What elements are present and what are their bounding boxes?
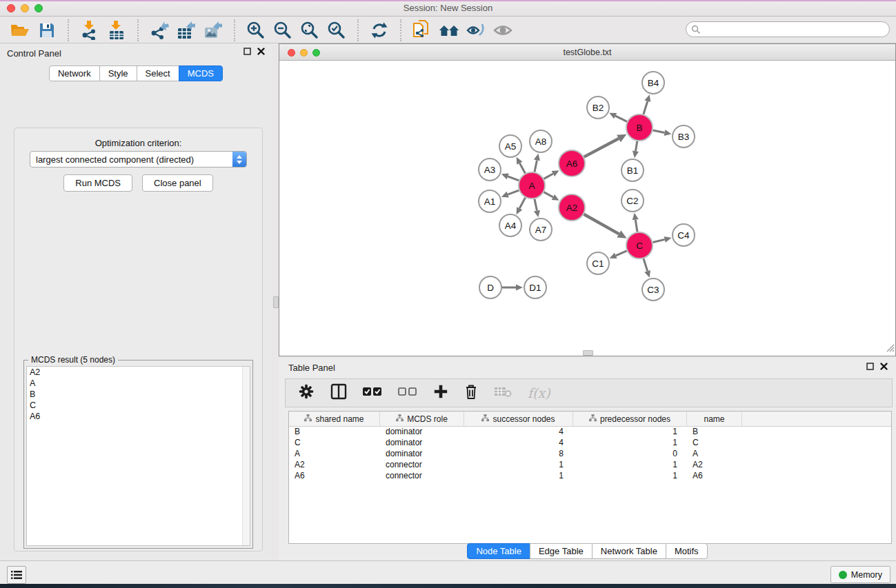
edge-A-A4[interactable] bbox=[519, 198, 525, 209]
graph-node-D1[interactable]: D1 bbox=[524, 276, 546, 298]
table-cell[interactable]: 4 bbox=[464, 427, 573, 438]
table-row[interactable]: Bdominator41B bbox=[289, 427, 891, 438]
export-network-button[interactable] bbox=[149, 20, 170, 41]
export-table-button[interactable] bbox=[176, 20, 197, 41]
table-row[interactable]: Adominator80A bbox=[289, 449, 891, 460]
graph-node-A1[interactable]: A1 bbox=[479, 190, 501, 212]
zoom-in-button[interactable] bbox=[246, 20, 266, 41]
zoom-fit-button[interactable] bbox=[299, 20, 320, 41]
splitter-handle[interactable] bbox=[273, 296, 279, 308]
import-network-button[interactable] bbox=[79, 20, 100, 41]
panel-menu-button[interactable] bbox=[7, 566, 26, 584]
import-table-button[interactable] bbox=[106, 20, 127, 41]
clone-network-button[interactable] bbox=[412, 20, 432, 41]
list-scrollbar[interactable] bbox=[242, 367, 250, 545]
edge-C-C3[interactable] bbox=[644, 258, 648, 271]
table-cell[interactable]: 1 bbox=[464, 471, 573, 482]
refresh-button[interactable] bbox=[369, 20, 390, 41]
open-file-button[interactable] bbox=[10, 20, 30, 41]
create-column-button[interactable] bbox=[433, 384, 448, 402]
table-cell[interactable]: 4 bbox=[464, 438, 573, 449]
table-cell[interactable]: A2 bbox=[289, 460, 380, 471]
table-cell[interactable]: 1 bbox=[573, 438, 687, 449]
show-all-button[interactable] bbox=[492, 20, 513, 41]
table-settings-button[interactable] bbox=[298, 383, 315, 403]
tab-edge-table[interactable]: Edge Table bbox=[530, 543, 593, 559]
table-cell[interactable]: connector bbox=[380, 460, 464, 471]
table-cell[interactable]: 8 bbox=[464, 449, 573, 460]
network-canvas[interactable]: AA1A2A3A4A5A6A7A8BB1B2B3B4CC1C2C3C4DD1 bbox=[279, 61, 895, 356]
edge-B-B2[interactable] bbox=[615, 116, 627, 121]
close-panel-button[interactable]: Close panel bbox=[142, 174, 213, 192]
mcds-result-item[interactable]: B bbox=[27, 389, 250, 400]
table-cell[interactable]: 1 bbox=[464, 460, 573, 471]
edge-A-A8[interactable] bbox=[535, 160, 537, 172]
destroy-table-button[interactable] bbox=[494, 385, 512, 401]
edge-A-A5[interactable] bbox=[519, 163, 525, 174]
graph-node-A[interactable]: A bbox=[519, 172, 545, 199]
table-cell[interactable]: dominator bbox=[380, 449, 464, 460]
table-row[interactable]: A2connector11A2 bbox=[289, 460, 891, 471]
save-session-button[interactable] bbox=[37, 20, 57, 41]
table-row[interactable]: Cdominator41C bbox=[289, 438, 891, 449]
table-cell[interactable]: dominator bbox=[380, 438, 464, 449]
table-cell[interactable]: A6 bbox=[289, 471, 380, 482]
table-row[interactable]: A6connector11A6 bbox=[289, 471, 891, 482]
unselect-all-columns-button[interactable] bbox=[398, 387, 417, 399]
edge-A6-B[interactable] bbox=[584, 139, 619, 157]
table-cell[interactable]: A bbox=[289, 449, 380, 460]
close-panel-icon[interactable] bbox=[257, 48, 265, 55]
mcds-result-item[interactable]: C bbox=[27, 400, 250, 411]
table-cell[interactable]: B bbox=[687, 427, 742, 438]
edge-A-A1[interactable] bbox=[508, 190, 519, 194]
graph-node-A4[interactable]: A4 bbox=[499, 214, 521, 236]
zoom-selected-button[interactable] bbox=[326, 20, 347, 41]
export-image-button[interactable] bbox=[203, 20, 223, 41]
float-panel-icon[interactable] bbox=[866, 363, 874, 370]
tab-motifs[interactable]: Motifs bbox=[666, 543, 708, 559]
first-neighbors-button[interactable] bbox=[439, 20, 459, 41]
graph-node-B[interactable]: B bbox=[626, 114, 653, 141]
zoom-out-button[interactable] bbox=[272, 20, 293, 41]
graph-node-B2[interactable]: B2 bbox=[587, 97, 609, 119]
resize-grip-icon[interactable] bbox=[886, 343, 895, 355]
mcds-result-item[interactable]: A bbox=[27, 378, 250, 389]
graph-node-C3[interactable]: C3 bbox=[642, 278, 664, 301]
function-builder-button[interactable]: f(x) bbox=[528, 385, 550, 401]
tab-network-table[interactable]: Network Table bbox=[592, 543, 666, 559]
mcds-result-item[interactable]: A6 bbox=[27, 411, 250, 422]
column-header-successor-nodes[interactable]: successor nodes bbox=[464, 412, 573, 426]
graph-node-A3[interactable]: A3 bbox=[479, 159, 501, 181]
edge-C-C2[interactable] bbox=[635, 220, 637, 232]
run-mcds-button[interactable]: Run MCDS bbox=[63, 174, 132, 192]
edge-A-A3[interactable] bbox=[508, 176, 519, 181]
edge-B-B3[interactable] bbox=[653, 130, 665, 132]
table-cell[interactable]: A2 bbox=[687, 460, 742, 471]
table-cell[interactable]: C bbox=[289, 438, 380, 449]
delete-column-button[interactable] bbox=[464, 383, 478, 403]
column-header-predecessor-nodes[interactable]: predecessor nodes bbox=[573, 412, 687, 426]
close-panel-icon[interactable] bbox=[880, 363, 888, 370]
graph-node-A7[interactable]: A7 bbox=[530, 219, 552, 241]
float-panel-icon[interactable] bbox=[243, 48, 251, 55]
graph-node-C1[interactable]: C1 bbox=[587, 252, 609, 274]
graph-node-B1[interactable]: B1 bbox=[621, 159, 644, 181]
table-cell[interactable]: dominator bbox=[380, 427, 464, 438]
graph-node-C[interactable]: C bbox=[626, 232, 653, 258]
tab-mcds[interactable]: MCDS bbox=[179, 65, 223, 81]
edge-C-C1[interactable] bbox=[616, 251, 627, 256]
edge-A2-C[interactable] bbox=[584, 214, 619, 234]
column-header-MCDS-role[interactable]: MCDS role bbox=[380, 412, 464, 426]
show-column-panel-button[interactable] bbox=[330, 383, 347, 403]
table-cell[interactable]: connector bbox=[380, 471, 464, 482]
mcds-result-item[interactable]: A2 bbox=[27, 367, 250, 378]
edge-C-C4[interactable] bbox=[653, 239, 664, 242]
tab-style[interactable]: Style bbox=[99, 65, 137, 81]
criterion-select[interactable]: largest connected component (directed) bbox=[30, 151, 247, 168]
table-cell[interactable]: C bbox=[687, 438, 742, 449]
splitter-handle[interactable] bbox=[583, 350, 593, 356]
table-cell[interactable]: B bbox=[289, 427, 380, 438]
network-window-titlebar[interactable]: testGlobe.txt bbox=[279, 44, 895, 61]
tab-network[interactable]: Network bbox=[49, 65, 100, 81]
hide-selected-button[interactable] bbox=[466, 20, 486, 41]
